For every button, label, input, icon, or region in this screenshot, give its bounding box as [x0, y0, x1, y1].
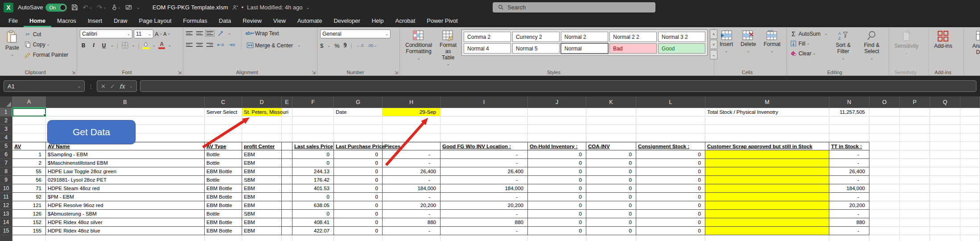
cell-P8[interactable] — [900, 167, 930, 176]
cell-J15[interactable]: 0 — [528, 227, 586, 235]
cell-K14[interactable]: 0 — [586, 218, 636, 227]
cell-B14[interactable]: HDPE Ridex 48oz silver — [46, 218, 205, 227]
cell-D2[interactable] — [242, 116, 282, 125]
cell-L8[interactable]: 0 — [636, 167, 705, 176]
cell-C7[interactable]: Bottle — [205, 159, 242, 167]
cell-J7[interactable]: 0 — [528, 159, 586, 167]
cell-F15[interactable]: 422.07 — [292, 227, 334, 235]
cell-P10[interactable] — [900, 184, 930, 193]
cell-L13[interactable]: 0 — [636, 210, 705, 218]
cell-J1[interactable] — [528, 108, 586, 116]
cell-M10[interactable] — [705, 184, 829, 193]
cell-R3[interactable] — [960, 125, 980, 133]
row-header-4[interactable]: 4 — [0, 133, 12, 142]
cell-L2[interactable] — [636, 116, 705, 125]
cell-A12[interactable]: 121 — [12, 201, 46, 210]
cell-Q5[interactable] — [930, 142, 960, 150]
cell-E3[interactable] — [282, 125, 292, 133]
cell-D14[interactable]: EBM — [242, 218, 282, 227]
cell-O9[interactable] — [869, 176, 900, 184]
format-painter-button[interactable]: Format Painter — [24, 51, 68, 58]
tab-automate[interactable]: Automate — [292, 15, 328, 27]
cell-F1[interactable] — [292, 108, 334, 116]
cell-F4[interactable] — [292, 133, 334, 142]
cell-I11[interactable]: - — [441, 193, 528, 201]
cell-D8[interactable]: EBM — [242, 167, 282, 176]
cell-N6[interactable]: - — [829, 150, 869, 159]
cell-G11[interactable]: 0 — [334, 193, 383, 201]
cell-N9[interactable]: - — [829, 176, 869, 184]
cell-Q11[interactable] — [930, 193, 960, 201]
increase-indent-icon[interactable]: ⇥≡ — [228, 41, 235, 49]
row-header-8[interactable]: 8 — [0, 167, 12, 176]
row-header-10[interactable]: 10 — [0, 184, 12, 193]
cell-A5[interactable]: AV — [12, 142, 46, 150]
cell-A10[interactable]: 71 — [12, 184, 46, 193]
style-normal-4[interactable]: Normal 4 — [464, 43, 511, 54]
row-header-1[interactable]: 1 — [0, 108, 12, 116]
cell-C10[interactable]: EBM Bottle — [205, 184, 242, 193]
cell-C2[interactable] — [205, 116, 242, 125]
cell-R15[interactable] — [960, 227, 980, 235]
cell-P16[interactable] — [900, 235, 930, 241]
cell-J2[interactable] — [528, 116, 586, 125]
cell-O4[interactable] — [869, 133, 900, 142]
cell-A11[interactable]: 92 — [12, 193, 46, 201]
cell-E12[interactable] — [282, 201, 292, 210]
cell-Q2[interactable] — [930, 116, 960, 125]
cell-R7[interactable] — [960, 159, 980, 167]
font-color-dropdown-icon[interactable]: ⌄ — [168, 43, 171, 47]
column-header-L[interactable]: L — [636, 96, 705, 108]
cell-H6[interactable]: - — [383, 150, 441, 159]
cell-R10[interactable] — [960, 184, 980, 193]
cell-P15[interactable] — [900, 227, 930, 235]
format-cells-button[interactable]: Format⌄ — [761, 29, 783, 54]
cell-N2[interactable] — [829, 116, 869, 125]
orientation-icon[interactable] — [217, 29, 224, 37]
tab-macros[interactable]: Macros — [51, 15, 82, 27]
select-all-corner[interactable] — [0, 96, 12, 108]
cell-J16[interactable] — [528, 235, 586, 241]
row-header-12[interactable]: 12 — [0, 201, 12, 210]
cell-J11[interactable]: 0 — [528, 193, 586, 201]
cell-K16[interactable] — [586, 235, 636, 241]
clear-button[interactable]: Clear⌄ — [790, 50, 828, 57]
cell-E6[interactable] — [282, 150, 292, 159]
cell-O14[interactable] — [869, 218, 900, 227]
cell-J6[interactable]: 0 — [528, 150, 586, 159]
tab-draw[interactable]: Draw — [108, 15, 133, 27]
number-dialog-launcher-icon[interactable]: ⇲ — [395, 70, 398, 75]
cell-O8[interactable] — [869, 167, 900, 176]
cell-D10[interactable]: EBM — [242, 184, 282, 193]
delete-cells-button[interactable]: Delete⌄ — [738, 29, 759, 54]
column-header-B[interactable]: B — [46, 96, 205, 108]
cell-F6[interactable]: 0 — [292, 150, 334, 159]
cell-H5[interactable]: Pieces — [383, 142, 441, 150]
document-title[interactable]: EOM FG-PKG Template.xlsm — [152, 4, 228, 11]
cell-C8[interactable]: EBM Bottle — [205, 167, 242, 176]
format-as-table-button[interactable]: Format as Table⌄ — [437, 29, 459, 67]
cell-N11[interactable]: - — [829, 193, 869, 201]
cell-G4[interactable] — [334, 133, 383, 142]
cell-H3[interactable] — [383, 125, 441, 133]
cell-P5[interactable] — [900, 142, 930, 150]
align-left-button[interactable] — [186, 43, 193, 47]
cell-P7[interactable] — [900, 159, 930, 167]
cell-D5[interactable]: profit Center — [242, 142, 282, 150]
redo-icon[interactable]: ↷⌄ — [97, 4, 106, 11]
cell-F5[interactable]: Last sales Price — [292, 142, 334, 150]
tab-insert[interactable]: Insert — [82, 15, 108, 27]
cell-G10[interactable]: 0 — [334, 184, 383, 193]
cell-M5[interactable]: Customer Scrap approved but still in Sto… — [705, 142, 829, 150]
cell-B6[interactable]: $Sampling - EBM — [46, 150, 205, 159]
style-good[interactable]: Good — [658, 43, 705, 54]
row-header-5[interactable]: 5 — [0, 142, 12, 150]
cell-L9[interactable]: 0 — [636, 176, 705, 184]
cell-D12[interactable]: EBM — [242, 201, 282, 210]
cell-H10[interactable]: 184,000 — [383, 184, 441, 193]
underline-button[interactable]: U — [100, 42, 107, 49]
insert-cells-button[interactable]: Insert⌄ — [717, 29, 736, 54]
cell-E10[interactable] — [282, 184, 292, 193]
column-header-partial[interactable] — [960, 96, 980, 108]
column-header-P[interactable]: P — [900, 96, 930, 108]
